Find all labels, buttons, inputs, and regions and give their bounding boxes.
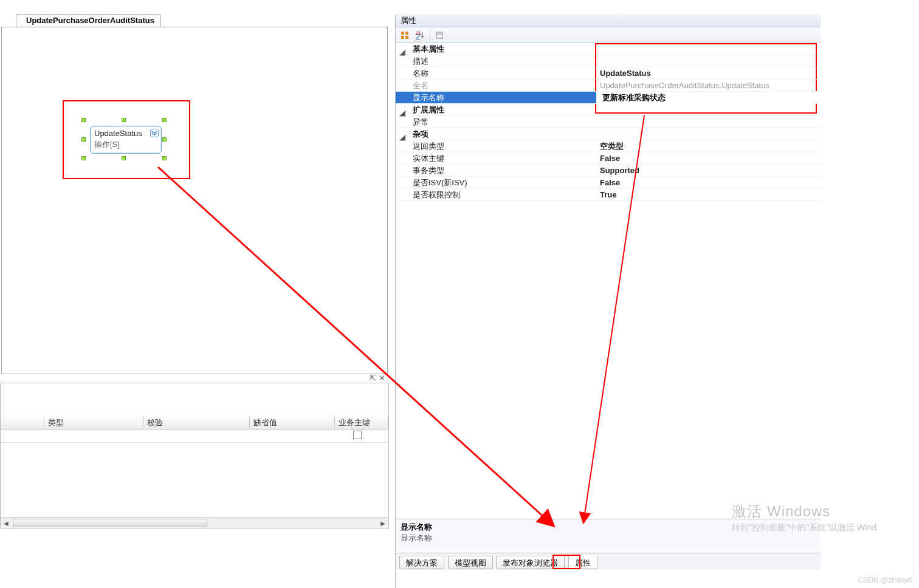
windows-activation-watermark: 激活 Windows 转到"控制面板"中的"系统"以激活 Wind [732,502,876,533]
operation-node[interactable]: UpdateStatus 操作[S] [90,126,162,154]
watermark-title: 激活 Windows [732,502,876,521]
svg-rect-1 [405,32,408,35]
annotation-box-tab [552,555,580,569]
prop-label: 是否权限控制 [396,189,596,200]
prop-label: 全名 [396,80,596,91]
prop-exception[interactable]: 异常 [396,116,821,128]
grid-header-type[interactable]: 类型 [44,416,143,429]
prop-value[interactable] [596,116,819,128]
toolbar-divider [430,30,430,41]
prop-description[interactable]: 描述 [396,55,821,67]
prop-value-editor[interactable] [596,92,819,103]
grid-hscrollbar[interactable]: ◄ ► [1,517,388,528]
prop-value[interactable] [596,55,819,67]
svg-rect-2 [401,36,404,39]
category-basic[interactable]: ◢ 基本属性 [396,43,821,55]
prop-value[interactable]: 空类型 [596,140,819,152]
prop-label: 显示名称 [396,92,596,103]
prop-value[interactable]: False [596,177,819,188]
prop-is-perm[interactable]: 是否权限控制 True [396,189,821,201]
prop-value[interactable]: False [596,152,819,164]
prop-trans-type[interactable]: 事务类型 Supported [396,165,821,177]
prop-label: 事务类型 [396,165,596,176]
prop-label: 异常 [396,116,596,128]
prop-label: 描述 [396,55,596,67]
prop-value[interactable]: UpdateStatus [596,67,819,79]
prop-value: UpdatePurchaseOrderAuditStatus.UpdateSta… [596,80,819,91]
grid-header-rowhead[interactable] [1,416,44,429]
svg-rect-3 [405,36,408,39]
designer-tab-bar: UpdatePurchaseOrderAuditStatus ⌄ ✕ [0,14,389,27]
resize-handle[interactable] [162,156,167,160]
grid-header-bizkey[interactable]: 业务主键 [335,416,388,429]
resize-handle[interactable] [81,156,86,160]
category-misc[interactable]: ◢ 杂项 [396,128,821,140]
lower-panel-controls[interactable]: ⇱ ✕ [0,374,389,382]
prop-name[interactable]: 名称 UpdateStatus [396,67,821,80]
scroll-thumb[interactable] [13,519,207,527]
description-text: 显示名称 [401,533,816,544]
prop-entity-pk[interactable]: 实体主键 False [396,152,821,165]
watermark-subtitle: 转到"控制面板"中的"系统"以激活 Wind [732,522,876,533]
svg-text:Z: Z [416,32,421,39]
category-label: 扩展属性 [396,104,596,115]
designer-canvas[interactable]: UpdateStatus 操作[S] [1,27,388,374]
bottom-tab-bar: 解决方案 模型视图 发布对象浏览器 属性 [396,553,821,570]
category-label: 杂项 [396,128,596,140]
scroll-right-icon[interactable]: ► [377,518,388,528]
resize-handle[interactable] [162,118,167,122]
prop-is-isv[interactable]: 是否ISV(新ISV) False [396,177,821,189]
sort-az-icon[interactable]: AZ [414,29,427,41]
properties-toolbar: AZ [396,27,821,43]
prop-label: 实体主键 [396,152,596,164]
svg-rect-0 [401,32,404,35]
prop-value[interactable]: Supported [596,165,819,176]
lower-grid-panel: 类型 校验 缺省值 业务主键 ◄ ► [0,383,389,528]
categorized-icon[interactable] [398,29,411,41]
resize-handle[interactable] [122,156,126,160]
resize-handle[interactable] [81,118,86,122]
tab-solution[interactable]: 解决方案 [399,556,444,569]
scroll-left-icon[interactable]: ◄ [1,518,12,528]
csdn-watermark: CSDN @zhanyd [858,576,912,584]
operation-node-subtitle: 操作[S] [94,139,157,150]
resize-handle[interactable] [81,137,86,142]
designer-pane: UpdatePurchaseOrderAuditStatus ⌄ ✕ Updat… [0,0,389,588]
resize-handle[interactable] [162,137,167,142]
prop-fullname[interactable]: 全名 UpdatePurchaseOrderAuditStatus.Update… [396,80,821,92]
category-label: 基本属性 [396,43,596,55]
property-pages-icon[interactable] [433,29,446,41]
property-grid: ◢ 基本属性 描述 名称 UpdateStatus 全名 UpdatePurch… [396,43,821,485]
expand-icon[interactable] [150,129,159,137]
resize-handle[interactable] [122,118,126,122]
display-name-input[interactable] [600,92,819,104]
grid-header: 类型 校验 缺省值 业务主键 [1,416,388,429]
operation-node-title: UpdateStatus [94,129,157,138]
prop-return-type[interactable]: 返回类型 空类型 [396,140,821,152]
grid-header-validate[interactable]: 校验 [143,416,250,429]
properties-title: 属性 [396,14,821,27]
grid-row[interactable] [1,429,388,443]
designer-tab[interactable]: UpdatePurchaseOrderAuditStatus [16,14,161,27]
prop-label: 名称 [396,67,596,79]
bizkey-checkbox[interactable] [353,431,362,439]
prop-label: 返回类型 [396,140,596,152]
prop-value[interactable]: True [596,189,819,200]
grid-header-default[interactable]: 缺省值 [250,416,335,429]
svg-rect-6 [436,32,442,38]
category-ext[interactable]: ◢ 扩展属性 [396,104,821,116]
tab-model-view[interactable]: 模型视图 [448,556,493,569]
prop-label: 是否ISV(新ISV) [396,177,596,188]
prop-display-name[interactable]: 显示名称 [396,92,821,104]
